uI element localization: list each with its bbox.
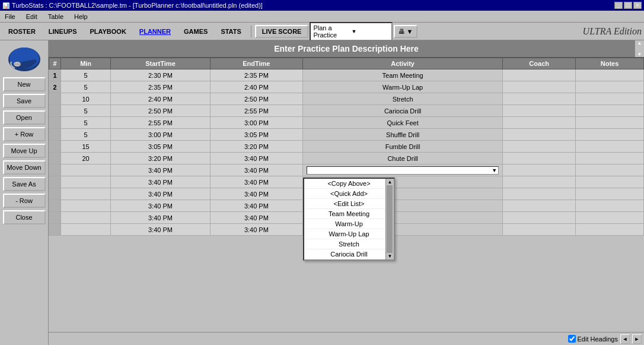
- menu-table[interactable]: Table: [46, 12, 66, 21]
- close-button[interactable]: Close: [3, 210, 46, 224]
- cell-coach[interactable]: [503, 117, 576, 129]
- cell-notes[interactable]: [576, 105, 644, 117]
- cell-coach[interactable]: [503, 212, 576, 224]
- cell-coach[interactable]: [503, 105, 576, 117]
- main-container: New Save Open + Row Move Up Move Down Sa…: [0, 40, 644, 345]
- status-bar: Edit Headings ◄ ►: [49, 332, 644, 345]
- nav-playbook[interactable]: PLAYBOOK: [84, 26, 132, 37]
- open-button[interactable]: Open: [3, 110, 46, 125]
- table-row: 102:40 PM2:50 PMStretch: [49, 93, 644, 105]
- cell-notes[interactable]: [576, 129, 644, 141]
- move-up-button[interactable]: Move Up: [3, 144, 46, 158]
- nav-roster[interactable]: ROSTER: [2, 26, 42, 37]
- dropdown-list-item[interactable]: <Copy Above>: [304, 179, 394, 189]
- scroll-down-icon[interactable]: ▼: [637, 52, 642, 57]
- minimize-button[interactable]: _: [614, 2, 623, 9]
- edit-headings-checkbox[interactable]: [568, 335, 576, 343]
- scroll-down-icon[interactable]: ▼: [388, 254, 393, 259]
- cell-notes[interactable]: [576, 164, 644, 176]
- remove-row-button[interactable]: - Row: [3, 194, 46, 208]
- cell-endtime: 3:40 PM: [210, 188, 302, 200]
- cell-endtime: 3:40 PM: [210, 164, 302, 176]
- cell-activity[interactable]: Chute Drill: [302, 153, 502, 164]
- cell-notes[interactable]: [576, 117, 644, 129]
- print-button[interactable]: 🖶 ▼: [394, 25, 417, 38]
- cell-activity[interactable]: ▼<Copy Above><Quick Add><Edit List>Team …: [302, 164, 502, 176]
- cell-coach[interactable]: [503, 129, 576, 141]
- plan-dropdown[interactable]: Plan a Practice ▼: [310, 22, 393, 41]
- new-button[interactable]: New: [3, 77, 46, 91]
- cell-coach[interactable]: [503, 81, 576, 93]
- cell-endtime: 3:40 PM: [210, 200, 302, 212]
- dropdown-scrollbar[interactable]: ▲▼: [385, 179, 394, 259]
- table-row: 52:55 PM3:00 PMQuick Feet: [49, 117, 644, 129]
- dropdown-list-item[interactable]: <Edit List>: [304, 199, 394, 209]
- cell-num: [49, 93, 61, 105]
- cell-notes[interactable]: [576, 153, 644, 164]
- dropdown-list-item[interactable]: Warm-Up: [304, 219, 394, 229]
- scroll-right-button[interactable]: ►: [632, 334, 642, 344]
- col-header-min: Min: [61, 58, 111, 69]
- cell-notes[interactable]: [576, 141, 644, 153]
- cell-notes[interactable]: [576, 69, 644, 81]
- edit-headings-control[interactable]: Edit Headings: [568, 335, 619, 343]
- dropdown-list-item[interactable]: Warm-Up Lap: [304, 229, 394, 239]
- menu-file[interactable]: File: [2, 12, 18, 21]
- scroll-up-icon[interactable]: ▲: [388, 179, 393, 185]
- cell-endtime: 3:05 PM: [210, 129, 302, 141]
- cell-notes[interactable]: [576, 224, 644, 236]
- scroll-up-icon[interactable]: ▲: [637, 40, 642, 46]
- table-wrapper: # Min StartTime EndTime Activity Coach N…: [49, 58, 644, 332]
- menu-help[interactable]: Help: [72, 12, 90, 21]
- move-down-button[interactable]: Move Down: [3, 160, 46, 175]
- activity-dropdown-arrow[interactable]: ▼: [492, 167, 497, 173]
- nav-lineups[interactable]: LINEUPS: [43, 26, 83, 37]
- scroll-left-button[interactable]: ◄: [620, 334, 630, 344]
- cell-num: [49, 164, 61, 176]
- cell-coach[interactable]: [503, 164, 576, 176]
- cell-coach[interactable]: [503, 141, 576, 153]
- col-header-notes: Notes: [576, 58, 644, 69]
- cell-activity[interactable]: Shuffle Drill: [302, 129, 502, 141]
- save-as-button[interactable]: Save As: [3, 177, 46, 191]
- dropdown-list-item[interactable]: Cariocia Drill: [304, 249, 394, 259]
- cell-activity[interactable]: Warm-Up Lap: [302, 81, 502, 93]
- cell-notes[interactable]: [576, 212, 644, 224]
- nav-planner[interactable]: PLANNER: [133, 26, 177, 37]
- cell-coach[interactable]: [503, 188, 576, 200]
- live-score-button[interactable]: LIVE SCORE: [255, 25, 309, 38]
- cell-coach[interactable]: [503, 200, 576, 212]
- cell-notes[interactable]: [576, 200, 644, 212]
- cell-starttime: 3:40 PM: [111, 224, 211, 236]
- dropdown-list-item[interactable]: Stretch: [304, 239, 394, 249]
- dropdown-list-item[interactable]: <Quick Add>: [304, 189, 394, 199]
- cell-notes[interactable]: [576, 188, 644, 200]
- window-controls: _ □ ×: [614, 2, 642, 9]
- description-scrollbar[interactable]: ▲ ▼: [635, 40, 644, 57]
- cell-activity[interactable]: Quick Feet: [302, 117, 502, 129]
- cell-notes[interactable]: [576, 176, 644, 188]
- cell-coach[interactable]: [503, 93, 576, 105]
- cell-coach[interactable]: [503, 69, 576, 81]
- cell-coach[interactable]: [503, 176, 576, 188]
- cell-coach[interactable]: [503, 153, 576, 164]
- save-button[interactable]: Save: [3, 94, 46, 108]
- menu-edit[interactable]: Edit: [24, 12, 40, 21]
- cell-activity[interactable]: Stretch: [302, 93, 502, 105]
- cell-endtime: 2:35 PM: [210, 69, 302, 81]
- cell-coach[interactable]: [503, 224, 576, 236]
- close-button[interactable]: ×: [633, 2, 642, 9]
- nav-stats[interactable]: STATS: [215, 26, 247, 37]
- cell-activity[interactable]: Team Meeting: [302, 69, 502, 81]
- cell-notes[interactable]: [576, 93, 644, 105]
- maximize-button[interactable]: □: [624, 2, 632, 9]
- cell-activity[interactable]: Cariocia Drill: [302, 105, 502, 117]
- table-row: 252:35 PM2:40 PMWarm-Up Lap: [49, 81, 644, 93]
- add-row-button[interactable]: + Row: [3, 127, 46, 141]
- dropdown-list-item[interactable]: Team Meeting: [304, 209, 394, 219]
- cell-activity[interactable]: Fumble Drill: [302, 141, 502, 153]
- nav-games[interactable]: GAMES: [178, 26, 213, 37]
- cell-notes[interactable]: [576, 81, 644, 93]
- cell-min: 5: [61, 105, 111, 117]
- helmet-logo: [7, 43, 42, 72]
